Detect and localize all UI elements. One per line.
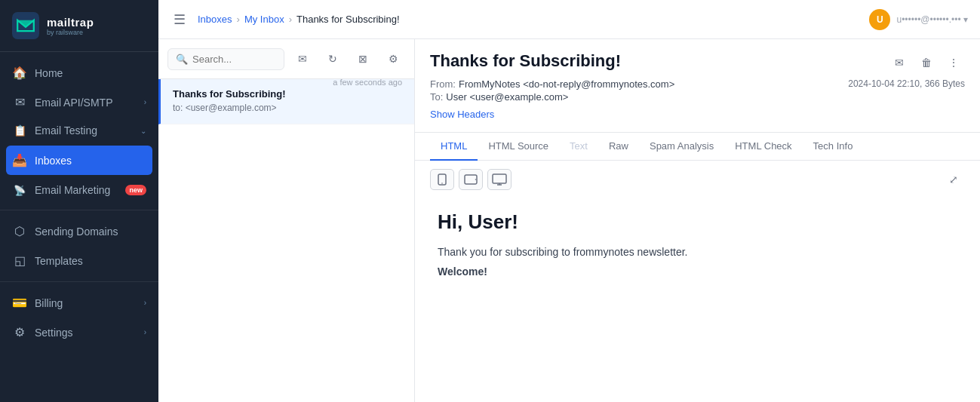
logo-text-area: mailtrap by railsware: [47, 16, 94, 36]
sidebar-item-email-api[interactable]: ✉ Email API/SMTP ›: [0, 87, 158, 117]
email-item-to: to: <user@example.com>: [173, 103, 402, 113]
search-box[interactable]: 🔍: [167, 48, 284, 70]
sidebar-label-billing: Billing: [35, 297, 137, 309]
delete-button[interactable]: 🗑: [915, 51, 938, 74]
sidebar-label-email-marketing: Email Marketing: [35, 184, 118, 196]
more-button[interactable]: ⋮: [942, 51, 965, 74]
sidebar-item-inboxes[interactable]: 📥 Inboxes: [6, 146, 152, 175]
to-label: To:: [430, 91, 443, 103]
from-label: From:: [430, 78, 456, 90]
billing-arrow-icon: ›: [144, 299, 146, 307]
email-meta-right: 2024-10-04 22:10, 366 Bytes: [848, 78, 965, 89]
settings-button[interactable]: ⚙: [381, 47, 405, 71]
from-value: FromMyNotes <do-not-reply@frommynotes.co…: [459, 78, 674, 90]
sidebar-item-settings[interactable]: ⚙ Settings ›: [0, 318, 158, 347]
breadcrumb-current: Thanks for Subscribing!: [296, 14, 400, 25]
home-icon: 🏠: [12, 66, 27, 80]
email-item-time: a few seconds ago: [333, 78, 402, 87]
content-area: 🔍 ✉ ↻ ⊠ ⚙ a few seconds ago Thanks for S…: [158, 39, 980, 402]
sidebar-label-inboxes: Inboxes: [35, 155, 146, 167]
to-value: User <user@example.com>: [446, 91, 568, 103]
email-meta: From: FromMyNotes <do-not-reply@frommyno…: [430, 78, 965, 103]
email-paragraph: Thank you for subscribing to frommynotes…: [438, 246, 957, 258]
logo-icon: [12, 12, 39, 39]
user-email: u••••••@••••••.••• ▾: [896, 14, 968, 25]
breadcrumb: Inboxes › My Inbox › Thanks for Subscrib…: [198, 14, 860, 25]
sidebar-label-sending-domains: Sending Domains: [35, 226, 146, 238]
sidebar-group-billing: 💳 Billing › ⚙ Settings ›: [0, 281, 158, 347]
svg-rect-7: [493, 174, 506, 183]
mark-read-button[interactable]: ⊠: [351, 47, 375, 71]
email-testing-icon: 📋: [12, 124, 27, 137]
email-meta-left: From: FromMyNotes <do-not-reply@frommyno…: [430, 78, 674, 103]
top-bar-right: U u••••••@••••••.••• ▾: [869, 9, 968, 30]
tab-text[interactable]: Text: [559, 133, 598, 161]
desktop-icon: [492, 173, 507, 186]
sidebar-item-billing[interactable]: 💳 Billing ›: [0, 288, 158, 318]
email-date: 2024-10-04 22:10, 366 Bytes: [848, 78, 965, 89]
email-item-subject: Thanks for Subscribing!: [173, 88, 402, 100]
detail-actions: ✉ 🗑 ⋮: [888, 51, 965, 74]
settings-icon: ⚙: [12, 325, 27, 339]
sidebar: mailtrap by railsware 🏠 Home ✉ Email API…: [0, 0, 158, 402]
app-name: mailtrap: [47, 16, 94, 29]
search-input[interactable]: [192, 54, 276, 65]
desktop-view-button[interactable]: [487, 169, 512, 190]
email-list-item[interactable]: a few seconds ago Thanks for Subscribing…: [158, 79, 414, 124]
tab-html-source[interactable]: HTML Source: [478, 133, 559, 161]
logo-area: mailtrap by railsware: [0, 0, 158, 52]
compose-button[interactable]: ✉: [290, 47, 315, 71]
breadcrumb-inboxes[interactable]: Inboxes: [198, 14, 232, 25]
view-toggles: ⤢: [415, 161, 980, 195]
email-greeting: Hi, User!: [438, 210, 957, 234]
sidebar-nav: 🏠 Home ✉ Email API/SMTP › 📋 Email Testin…: [0, 52, 158, 402]
tab-spam-analysis[interactable]: Spam Analysis: [639, 133, 724, 161]
tablet-view-button[interactable]: [459, 169, 483, 190]
sidebar-label-home: Home: [35, 67, 146, 79]
email-marketing-icon: 📡: [12, 185, 27, 196]
email-closing: Welcome!: [438, 265, 487, 278]
tab-html[interactable]: HTML: [430, 133, 478, 161]
sidebar-item-email-testing[interactable]: 📋 Email Testing ⌄: [0, 117, 158, 144]
sidebar-label-templates: Templates: [35, 255, 146, 267]
tab-raw[interactable]: Raw: [598, 133, 639, 161]
email-content: Hi, User! Thank you for subscribing to f…: [438, 210, 957, 278]
email-marketing-badge: new: [125, 185, 146, 195]
to-field: To: User <user@example.com>: [430, 91, 674, 103]
hamburger-icon[interactable]: ☰: [171, 8, 189, 31]
email-list-header: 🔍 ✉ ↻ ⊠ ⚙: [158, 39, 414, 79]
svg-rect-5: [465, 175, 477, 184]
tab-html-check[interactable]: HTML Check: [724, 133, 802, 161]
sidebar-item-email-marketing[interactable]: 📡 Email Marketing new: [0, 176, 158, 204]
inboxes-icon: 📥: [12, 153, 27, 167]
tablet-icon: [464, 174, 478, 185]
email-api-icon: ✉: [12, 95, 27, 109]
tab-tech-info[interactable]: Tech Info: [803, 133, 864, 161]
search-icon: 🔍: [176, 54, 188, 65]
email-subject: Thanks for Subscribing!: [430, 51, 621, 71]
from-field: From: FromMyNotes <do-not-reply@frommyno…: [430, 78, 674, 90]
settings-arrow-icon: ›: [144, 328, 146, 336]
email-body: Hi, User! Thank you for subscribing to f…: [415, 195, 980, 402]
sidebar-label-settings: Settings: [35, 327, 137, 339]
email-detail-panel: Thanks for Subscribing! ✉ 🗑 ⋮ From: From…: [415, 39, 980, 402]
email-api-arrow-icon: ›: [144, 98, 146, 106]
breadcrumb-my-inbox[interactable]: My Inbox: [244, 14, 284, 25]
show-headers-link[interactable]: Show Headers: [430, 109, 965, 120]
app-tagline: by railsware: [47, 29, 94, 36]
expand-button[interactable]: ⤢: [942, 168, 965, 191]
top-bar: ☰ Inboxes › My Inbox › Thanks for Subscr…: [158, 0, 980, 39]
sidebar-item-sending-domains[interactable]: ⬡ Sending Domains: [0, 216, 158, 246]
user-avatar[interactable]: U: [869, 9, 890, 30]
breadcrumb-sep-2: ›: [289, 14, 292, 25]
sidebar-group-domains: ⬡ Sending Domains ◱ Templates: [0, 210, 158, 275]
sending-domains-icon: ⬡: [12, 224, 27, 238]
main-area: ☰ Inboxes › My Inbox › Thanks for Subscr…: [158, 0, 980, 402]
mobile-view-button[interactable]: [430, 169, 454, 190]
email-tabs: HTML HTML Source Text Raw Spam Analysis …: [415, 133, 980, 161]
svg-point-4: [441, 183, 443, 184]
reply-button[interactable]: ✉: [888, 51, 911, 74]
refresh-button[interactable]: ↻: [321, 47, 345, 71]
sidebar-item-templates[interactable]: ◱ Templates: [0, 246, 158, 275]
sidebar-item-home[interactable]: 🏠 Home: [0, 58, 158, 87]
